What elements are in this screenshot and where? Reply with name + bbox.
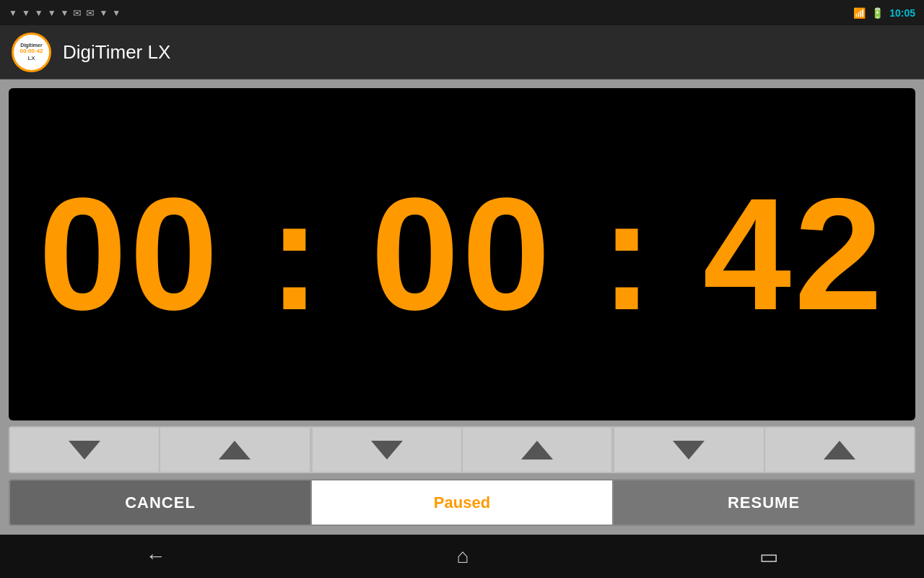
paused-status: Paused — [310, 480, 614, 525]
download-icon-2: ▼ — [22, 8, 30, 18]
chevron-up-icon — [824, 441, 855, 460]
main-content: 00 : 00 : 42 CANCEL Paused RESUME — [0, 79, 924, 535]
logo-time: 00:00:42 — [19, 48, 43, 55]
hours-up-button[interactable] — [160, 428, 310, 472]
download-icon-3: ▼ — [35, 8, 43, 18]
notification-icons: ▼ ▼ ▼ ▼ ▼ ✉ ✉ ▼ ▼ — [9, 7, 121, 19]
battery-icon: 🔋 — [871, 7, 884, 19]
download-icon-1: ▼ — [9, 8, 17, 18]
logo-lx: LX — [19, 55, 43, 61]
chevron-up-icon — [219, 441, 250, 460]
download-icon-4: ▼ — [48, 8, 56, 18]
action-bar: CANCEL Paused RESUME — [9, 479, 915, 526]
chevron-down-icon — [69, 441, 100, 460]
download-icon-5: ▼ — [61, 8, 69, 18]
status-bar: ▼ ▼ ▼ ▼ ▼ ✉ ✉ ▼ ▼ 📶 🔋 10:05 — [0, 0, 924, 25]
stepper-controls — [9, 426, 915, 473]
timer-display: 00 : 00 : 42 — [9, 88, 915, 420]
seconds-up-button[interactable] — [765, 428, 914, 472]
email-icon-2: ✉ — [86, 7, 95, 19]
title-bar: Digitimer 00:00:42 LX DigiTimer LX — [0, 25, 924, 79]
chevron-up-icon — [521, 441, 553, 460]
home-button[interactable]: ⌂ — [457, 545, 469, 568]
download-icon-6: ▼ — [99, 8, 108, 18]
wifi-icon: 📶 — [853, 7, 866, 19]
hours-down-button[interactable] — [10, 428, 160, 472]
download-icon-7: ▼ — [112, 8, 121, 18]
status-icons-right: 📶 🔋 10:05 — [853, 7, 915, 19]
seconds-down-button[interactable] — [614, 428, 764, 472]
chevron-down-icon — [371, 441, 403, 460]
email-icon-1: ✉ — [73, 7, 82, 19]
minutes-up-button[interactable] — [463, 428, 613, 472]
chevron-down-icon — [673, 441, 705, 460]
recents-button[interactable]: ▭ — [759, 545, 778, 569]
timer-text: 00 : 00 : 42 — [38, 175, 886, 334]
status-time: 10:05 — [889, 7, 915, 19]
app-logo: Digitimer 00:00:42 LX — [12, 33, 51, 72]
resume-button[interactable]: RESUME — [614, 480, 914, 525]
nav-bar: ← ⌂ ▭ — [0, 535, 924, 578]
logo-brand: Digitimer — [19, 43, 43, 48]
cancel-button[interactable]: CANCEL — [10, 480, 310, 525]
minutes-down-button[interactable] — [313, 428, 463, 472]
app-title: DigiTimer LX — [63, 41, 170, 64]
back-button[interactable]: ← — [146, 545, 166, 568]
